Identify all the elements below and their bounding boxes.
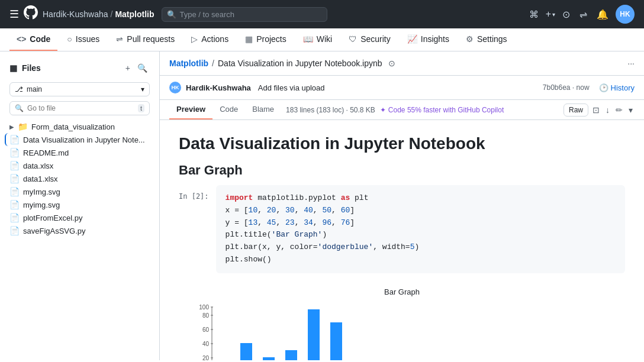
download-button[interactable]: ↓ — [604, 104, 611, 117]
nav-item-projects[interactable]: ▦ Projects — [238, 28, 294, 51]
nav-item-code[interactable]: <> Code — [9, 28, 57, 51]
active-file-item[interactable]: 📄 Data Visualization in Jupyter Note... — [5, 133, 154, 146]
tab-blame[interactable]: Blame — [245, 100, 281, 119]
bar-3 — [263, 357, 275, 360]
pull-requests-icon[interactable]: ⇌ — [577, 7, 590, 22]
github-logo[interactable] — [24, 5, 38, 23]
nav-item-issues[interactable]: ○ Issues — [60, 28, 107, 51]
branch-selector-left: ⎇ main — [15, 85, 42, 93]
bar-4 — [285, 350, 297, 360]
sidebar-header: ▦ Files + 🔍 — [0, 56, 159, 80]
commit-author: Hardik-Kushwaha — [186, 83, 251, 92]
repo-path: Hardik-Kushwaha / Matplotlib — [43, 9, 154, 19]
code-line-6: plt.show() — [226, 254, 616, 266]
list-item[interactable]: 📄 README.md — [5, 146, 154, 159]
svg-text:80: 80 — [202, 312, 210, 319]
nav-item-pullrequests[interactable]: ⇌ Pull requests — [109, 28, 182, 51]
raw-button[interactable]: Raw — [564, 104, 588, 117]
list-item[interactable]: 📄 saveFigAsSVG.py — [5, 224, 154, 237]
file-icon: 📄 — [9, 161, 20, 170]
file-icon: 📄 — [9, 135, 20, 144]
copy-path-icon[interactable]: ⊙ — [388, 59, 395, 68]
top-navigation: ☰ Hardik-Kushwaha / Matplotlib 🔍 Type / … — [0, 0, 644, 28]
plus-button[interactable]: + ▾ — [546, 9, 555, 20]
content-area: Matplotlib / Data Visualization in Jupyt… — [160, 51, 644, 360]
bar-2 — [240, 343, 252, 360]
branch-name: main — [27, 85, 42, 93]
add-file-button[interactable]: + — [123, 61, 133, 75]
repo-owner-link[interactable]: Hardik-Kushwaha — [43, 9, 108, 19]
nav-label-insights: Insights — [421, 34, 449, 44]
pr-icon: ⇌ — [116, 34, 123, 44]
branch-selector[interactable]: ⎇ main ▾ — [9, 82, 150, 96]
code-block: import matplotlib.pyplot as plt x = [10,… — [216, 185, 625, 273]
notifications-icon[interactable]: 🔔 — [594, 7, 611, 22]
notebook-content: Data Visualization in Jupyter Notebook B… — [160, 120, 644, 360]
list-item[interactable]: 📄 plotFromExcel.py — [5, 211, 154, 224]
code-line-2: x = [10, 20, 30, 40, 50, 60] — [226, 205, 616, 217]
nav-label-projects: Projects — [256, 34, 286, 44]
nav-item-insights[interactable]: 📈 Insights — [400, 28, 456, 51]
folder-item[interactable]: ▶ 📁 Form_data_visualization — [5, 120, 154, 133]
nav-item-settings[interactable]: ⚙ Settings — [459, 28, 514, 51]
svg-text:20: 20 — [202, 355, 210, 360]
notebook-title: Data Visualization in Jupyter Notebook — [179, 134, 625, 153]
more-file-actions-button[interactable]: ▾ — [627, 104, 635, 117]
main-layout: ▦ Files + 🔍 ⎇ main ▾ 🔍 t ▶ 📁 — [0, 51, 644, 360]
code-line-4: plt.title('Bar Graph') — [226, 229, 616, 241]
keyword-as: as — [341, 193, 350, 202]
sidebar: ▦ Files + 🔍 ⎇ main ▾ 🔍 t ▶ 📁 — [0, 51, 160, 360]
file-name: Data Visualization in Jupyter Note... — [23, 135, 145, 144]
terminal-icon[interactable]: ⌘ — [527, 7, 541, 22]
repo-name[interactable]: Matplotlib — [115, 9, 154, 19]
nav-label-settings: Settings — [477, 34, 507, 44]
breadcrumb: Matplotlib / Data Visualization in Jupyt… — [160, 51, 644, 76]
path-separator: / — [111, 9, 113, 19]
file-icon: 📄 — [9, 148, 20, 157]
file-meta-bar: HK Hardik-Kushwaha Add files via upload … — [160, 76, 644, 100]
search-icon: 🔍 — [15, 104, 24, 112]
svg-text:40: 40 — [202, 341, 210, 347]
nav-item-wiki[interactable]: 📖 Wiki — [296, 28, 339, 51]
copilot-badge: ✦ Code 55% faster with GitHub Copilot — [380, 106, 504, 114]
insights-icon: 📈 — [407, 34, 417, 44]
security-icon: 🛡 — [349, 34, 357, 44]
keyword-import: import — [226, 193, 253, 202]
nav-label-code: Code — [30, 34, 50, 44]
nav-item-security[interactable]: 🛡 Security — [342, 28, 398, 51]
code-icon: <> — [17, 34, 26, 44]
hamburger-icon[interactable]: ☰ — [9, 8, 19, 21]
code-line-3: y = [13, 45, 23, 34, 96, 76] — [226, 217, 616, 230]
list-item[interactable]: 📄 data.xlsx — [5, 159, 154, 172]
tab-preview[interactable]: Preview — [169, 100, 212, 119]
more-options-icon[interactable]: ··· — [627, 59, 635, 68]
nav-item-actions[interactable]: ▷ Actions — [184, 28, 236, 51]
folder-icon: 📁 — [18, 122, 28, 131]
breadcrumb-repo-link[interactable]: Matplotlib — [169, 59, 208, 68]
list-item[interactable]: 📄 myImg.svg — [5, 185, 154, 198]
history-button[interactable]: 🕑 History — [599, 83, 635, 92]
list-item[interactable]: 📄 myimg.svg — [5, 198, 154, 211]
breadcrumb-separator: / — [212, 59, 214, 68]
nav-label-pr: Pull requests — [127, 34, 175, 44]
list-item[interactable]: 📄 data1.xlsx — [5, 172, 154, 185]
go-to-file[interactable]: 🔍 t — [9, 101, 150, 115]
svg-text:60: 60 — [202, 327, 210, 333]
avatar[interactable]: HK — [616, 5, 635, 24]
tab-code[interactable]: Code — [212, 100, 245, 119]
bar-5 — [308, 309, 320, 360]
go-to-file-input[interactable] — [27, 104, 134, 112]
file-tree: ▶ 📁 Form_data_visualization 📄 Data Visua… — [0, 120, 159, 237]
top-nav-left: ☰ Hardik-Kushwaha / Matplotlib — [9, 5, 154, 23]
settings-nav-icon: ⚙ — [466, 34, 474, 44]
file-name: README.md — [23, 148, 69, 157]
copy-content-button[interactable]: ⊡ — [591, 104, 601, 117]
chevron-down-icon: ▾ — [552, 11, 555, 18]
search-bar[interactable]: 🔍 Type / to search — [162, 7, 327, 22]
search-files-button[interactable]: 🔍 — [135, 61, 150, 75]
issues-icon[interactable]: ⊙ — [560, 7, 572, 22]
sidebar-title: ▦ Files — [9, 63, 41, 73]
edit-button[interactable]: ✏ — [614, 104, 624, 117]
file-icon: 📄 — [9, 200, 20, 209]
cell-label: In [2]: — [179, 185, 216, 273]
